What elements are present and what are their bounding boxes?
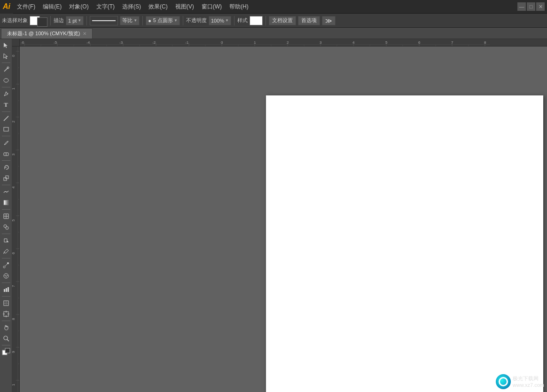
- zoom-tool[interactable]: [1, 333, 11, 344]
- brush-dropdown[interactable]: ● 5 点圆形 ▼: [146, 16, 180, 25]
- rotate-tool[interactable]: [1, 162, 11, 172]
- menu-file[interactable]: 文件(F): [13, 0, 39, 13]
- svg-rect-22: [8, 287, 9, 292]
- tab-bar: 未标题-1 @ 100% (CMYK/预览) ✕: [0, 28, 547, 39]
- svg-text:-6: -6: [21, 40, 24, 45]
- eraser-tool[interactable]: [1, 149, 11, 159]
- no-selection-label: 未选择对象: [2, 17, 28, 24]
- svg-text:-1: -1: [185, 40, 189, 45]
- svg-rect-9: [4, 200, 8, 205]
- tool-separator-12: [2, 321, 10, 321]
- menu-help[interactable]: 帮助(H): [226, 0, 252, 13]
- warp-tool[interactable]: [1, 187, 11, 197]
- type-tool[interactable]: T: [1, 100, 11, 110]
- tool-separator-2: [2, 87, 10, 87]
- svg-rect-34: [5, 348, 10, 353]
- svg-point-19: [6, 276, 7, 277]
- stroke-weight-dropdown[interactable]: 1 pt ▼: [66, 16, 84, 25]
- stroke-label: 描边: [54, 17, 64, 24]
- pencil-tool[interactable]: [1, 138, 11, 148]
- svg-text:5: 5: [385, 40, 388, 45]
- close-button[interactable]: ✕: [536, 2, 545, 11]
- ruler-corner: [12, 39, 20, 47]
- minimize-button[interactable]: —: [517, 2, 526, 11]
- control-bar: 未选择对象 描边 1 pt ▼ 等比 ▼ ● 5 点圆形 ▼ 不透明度 100%…: [0, 14, 547, 28]
- menu-select[interactable]: 选择(S): [118, 0, 145, 13]
- blend-tool[interactable]: [1, 260, 11, 270]
- stroke-type-dropdown[interactable]: 等比 ▼: [120, 16, 140, 25]
- svg-text:-3: -3: [119, 40, 123, 45]
- hand-tool[interactable]: [1, 322, 11, 333]
- extra-button[interactable]: ≫: [322, 16, 336, 25]
- selection-tool[interactable]: [1, 40, 11, 50]
- eyedropper-tool[interactable]: [1, 246, 11, 257]
- style-swatch[interactable]: [250, 16, 263, 25]
- svg-text:8: 8: [484, 40, 486, 45]
- doc-settings-button[interactable]: 文档设置: [269, 16, 296, 25]
- svg-text:4: 4: [352, 40, 355, 45]
- stroke-line-preview: [92, 20, 116, 21]
- ruler-top: -6 -5 -4 -3 -2 -1 0 1 2 3 4 5 6 7 8: [20, 39, 547, 47]
- svg-text:5: 5: [12, 219, 16, 221]
- tool-separator-6: [2, 185, 10, 185]
- tool-separator-4: [2, 136, 10, 136]
- stroke-swatch[interactable]: [37, 17, 47, 27]
- artboard: [266, 95, 543, 392]
- pen-tool[interactable]: [1, 89, 11, 99]
- opacity-dropdown[interactable]: 100% ▼: [209, 16, 231, 25]
- tool-separator-3: [2, 111, 10, 112]
- toolbar: T: [0, 39, 12, 392]
- svg-text:-4: -4: [86, 40, 90, 45]
- paint-bucket-tool[interactable]: [1, 235, 11, 246]
- ruler-top-svg: -6 -5 -4 -3 -2 -1 0 1 2 3 4 5 6 7 8: [20, 39, 547, 47]
- line-segment-tool[interactable]: [1, 113, 11, 124]
- fill-stroke-control[interactable]: [1, 347, 11, 357]
- document-tab[interactable]: 未标题-1 @ 100% (CMYK/预览) ✕: [1, 28, 93, 39]
- svg-text:1: 1: [254, 40, 256, 45]
- menu-effect[interactable]: 效果(C): [145, 0, 172, 13]
- opacity-label: 不透明度: [186, 17, 207, 24]
- dropdown-arrow: ▼: [78, 18, 81, 23]
- app-logo: Ai: [0, 0, 13, 14]
- shape-builder-tool[interactable]: [1, 222, 11, 232]
- gradient-tool[interactable]: [1, 197, 11, 208]
- watermark: 极光下载网 www.xz7.com: [496, 374, 544, 389]
- mesh-tool[interactable]: [1, 211, 11, 221]
- maximize-button[interactable]: □: [527, 2, 535, 11]
- column-graph-tool[interactable]: [1, 284, 11, 295]
- rectangle-tool[interactable]: [1, 124, 11, 134]
- style-label: 样式: [237, 17, 248, 24]
- svg-text:3: 3: [320, 40, 322, 45]
- svg-text:4: 4: [12, 186, 16, 188]
- ruler-left-svg: 0 1 2 3 4 5 6 7 8 9 1: [12, 47, 20, 392]
- svg-text:2: 2: [287, 40, 289, 45]
- menu-edit[interactable]: 编辑(E): [39, 0, 65, 13]
- svg-text:2: 2: [12, 120, 16, 123]
- artboard-tool[interactable]: [1, 309, 11, 319]
- svg-point-11: [6, 227, 8, 229]
- menu-object[interactable]: 对象(O): [65, 0, 92, 13]
- stroke-line-control[interactable]: [90, 16, 118, 25]
- divider4: [183, 16, 183, 25]
- menu-type[interactable]: 文字(T): [93, 0, 118, 13]
- preferences-button[interactable]: 首选项: [298, 16, 320, 25]
- watermark-logo-inner: [499, 377, 508, 386]
- svg-text:6: 6: [418, 40, 421, 45]
- menu-view[interactable]: 视图(V): [172, 0, 198, 13]
- svg-line-15: [5, 264, 7, 266]
- direct-selection-tool[interactable]: [1, 51, 11, 61]
- svg-line-3: [4, 116, 8, 121]
- brush-dot: ●: [148, 18, 151, 24]
- tool-separator-8: [2, 234, 10, 234]
- menu-window[interactable]: 窗口(W): [198, 0, 226, 13]
- tab-close-button[interactable]: ✕: [83, 31, 86, 36]
- svg-rect-20: [4, 289, 5, 292]
- lasso-tool[interactable]: [1, 75, 11, 86]
- symbol-sprayer-tool[interactable]: [1, 271, 11, 281]
- slice-tool[interactable]: [1, 298, 11, 308]
- canvas-area[interactable]: -6 -5 -4 -3 -2 -1 0 1 2 3 4 5 6 7 8: [12, 39, 547, 392]
- svg-line-32: [7, 339, 9, 341]
- scale-tool[interactable]: [1, 173, 11, 183]
- magic-wand-tool[interactable]: [1, 64, 11, 75]
- tool-separator-13: [2, 345, 10, 345]
